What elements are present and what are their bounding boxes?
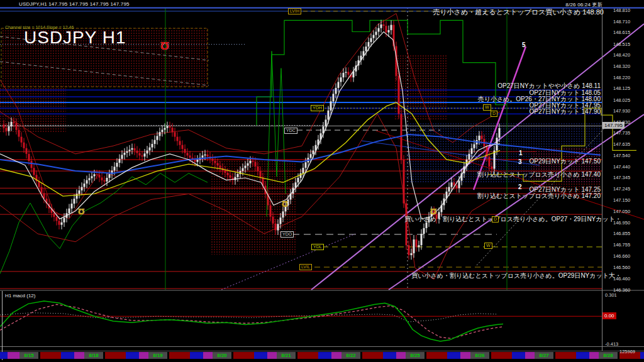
price-axis-label: 148.125 [613, 85, 630, 91]
annotation-text: 買い小さめ・割り込むとストップロス売り小さめ。OP29日NYカット大・ [411, 272, 621, 280]
timeline-date: 8/27 [535, 353, 553, 358]
annotation-text: OP27日NYカット 147.90 [529, 107, 601, 116]
price-axis-label: 147.635 [613, 141, 630, 147]
level-label: W [484, 243, 492, 249]
price-axis-label: 146.855 [613, 231, 630, 236]
price-axis-label: 146.660 [613, 253, 630, 259]
timeline-date: 8/18 [84, 353, 103, 358]
macd-axis-bottom: -0.413 [605, 341, 618, 347]
macd-zero-tag: 0.00 [602, 312, 616, 319]
chart-watermark: USDJPY H1 [24, 28, 126, 48]
price-axis-label: 147.830 [613, 119, 630, 125]
price-axis-label: 147.735 [613, 130, 630, 136]
price-axis-label: 147.540 [613, 153, 630, 158]
annotation-text: 割り込むとストップロス売り小さめ 147.20 [477, 192, 601, 200]
macd-panel[interactable] [0, 291, 602, 346]
bar-counter: 125969 [619, 349, 635, 354]
symbol-ohlc-readout: USDJPY,H1 147.795 147.795 147.795 147.79… [19, 1, 130, 7]
wave-number: 1 [519, 150, 523, 156]
timeline-date: 8/26 [470, 353, 489, 358]
level-label: YDH [311, 105, 324, 111]
price-axis-label: 148.810 [613, 8, 630, 13]
price-axis-label: 148.615 [613, 30, 630, 35]
level-label: LVIH [288, 8, 301, 14]
level-label: W [483, 104, 491, 111]
level-label: D [492, 216, 499, 222]
level-label: YDO [280, 231, 294, 238]
timeline-date: 8/19 [148, 353, 167, 358]
level-label: YDL [311, 244, 324, 250]
annotation-text: OP29日NYカット 147.50 [529, 157, 601, 166]
price-axis-label: 148.515 [613, 41, 630, 47]
level-label: YDC [284, 128, 297, 134]
price-axis-label: 147.345 [613, 175, 630, 180]
pivot-marker-icon: Ω [282, 198, 288, 209]
macd-axis-top: 0.301 [605, 292, 617, 298]
price-axis-label: 147.930 [613, 108, 630, 114]
price-axis-label: 148.710 [613, 19, 630, 25]
macd-indicator-label: H1 macd (12) [5, 293, 35, 299]
price-axis-label: 148.420 [613, 52, 630, 58]
timeline-date: 8/28 [599, 353, 618, 358]
timeline-date: 8/22 [341, 353, 360, 358]
pivot-marker-icon: Ω [430, 206, 436, 217]
price-axis-label: 148.320 [613, 63, 630, 69]
timeline-date: 8/25 [406, 353, 425, 358]
price-axis-label: 146.360 [613, 287, 630, 293]
level-label: D [491, 111, 497, 117]
price-axis-label: 148.025 [613, 97, 630, 103]
price-axis-label: 146.560 [613, 265, 630, 270]
level-label: LVIL [299, 264, 312, 270]
annotation-text: 買い小さめ・割り込むとストップロス売り小さめ。OP27・29日NYカット・ [404, 215, 621, 224]
price-axis-label: 147.245 [613, 186, 630, 192]
price-axis-label: 147.150 [613, 197, 630, 203]
pivot-marker-icon: Ω [160, 39, 169, 52]
annotation-text: 売り小さめ・超えるとストップロス買い小さめ 148.80 [433, 8, 604, 17]
pivot-marker-icon: Ω [78, 206, 84, 217]
annotation-text: 割り込むとストップロス売り小さめ 147.40 [477, 170, 601, 179]
wave-number: 2 [518, 184, 522, 190]
price-axis-label: 148.220 [613, 75, 630, 80]
price-axis-label: 147.050 [613, 209, 630, 214]
timeline-date: 8/21 [277, 353, 296, 358]
price-axis-label: 146.755 [613, 242, 630, 248]
trading-platform-window: USDJPY,H1 147.795 147.795 147.795 147.79… [0, 0, 644, 362]
wave-number: 3 [518, 158, 522, 165]
price-axis-label: 147.440 [613, 164, 630, 170]
wave-number: 5 [522, 41, 526, 48]
timeline-date: 8/20 [213, 353, 231, 358]
channel-info-label: Channel size = 1014 Slope = 12.46 [5, 25, 74, 30]
timeline-date: 8/15 [19, 353, 38, 358]
